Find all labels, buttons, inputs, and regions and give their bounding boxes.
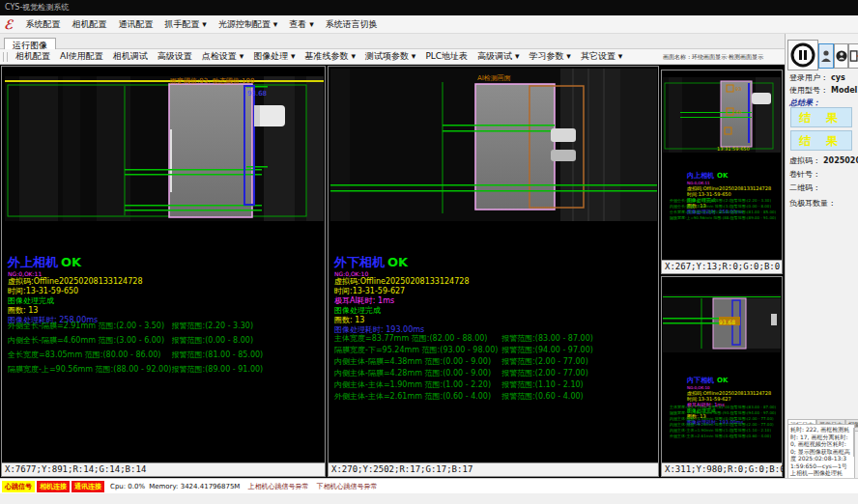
camera-result-block: 外上相机OK NG:0,OK:11 虚拟码:Offline20250208133… — [8, 252, 142, 325]
time-line: 时间:13-31-59-650 — [8, 287, 142, 296]
result-badge-lower: 结 果 — [790, 130, 852, 151]
measurement-row: 外侧全长-隔膜=2.91mm 范围:(2.00 - 3.50)报警范围:(2.2… — [8, 321, 323, 335]
camera-status-ok: OK — [717, 377, 728, 384]
pause-icon — [790, 42, 815, 68]
model-value: Model1 — [831, 86, 858, 95]
app-logo-icon: ℰ — [4, 17, 13, 32]
login-user-row: 登录用户：cys — [789, 72, 845, 83]
user-switch-button[interactable] — [818, 43, 834, 69]
ai-view-overlay-text: AI检测画面 — [477, 74, 511, 82]
virtual-code-line: 虚拟码:Offline20250208133124728 — [334, 277, 469, 287]
menu-comm-config[interactable]: 通讯配置 — [112, 18, 158, 31]
menu-bar: ℰ 系统配置 相机配置 通讯配置 抓手配置 ▾ 光源控制配置 ▾ 查看 ▾ 系统… — [0, 15, 858, 34]
tool-advanced-debug[interactable]: 高级调试 ▾ — [472, 50, 524, 63]
tool-other-settings[interactable]: 其它设置 ▾ — [576, 50, 627, 63]
camera-status-ok: OK — [61, 255, 81, 269]
heartbeat-status-badge: 心跳信号 — [2, 481, 35, 492]
tool-plc-address-table[interactable]: PLC地址表 — [420, 50, 472, 63]
turns-line: 圈数: 13 — [334, 316, 469, 325]
tool-spot-check[interactable]: 点检设置 ▾ — [197, 50, 248, 63]
menu-camera-config[interactable]: 相机配置 — [66, 18, 112, 31]
main-view-area: 固定阈值:93, 动态阈值:100 93.68 外上相机OK NG:0,OK:1… — [0, 65, 785, 478]
metal-tab-shape — [752, 93, 771, 104]
camera-result-block: 外下相机OK NG:0,OK:10 虚拟码:Offline20250208133… — [334, 252, 469, 335]
log-scrollbar[interactable] — [853, 428, 855, 457]
baseline-yellow-line — [5, 80, 324, 82]
camera-name-label: 外下相机 — [334, 255, 385, 269]
measurement-row: 隔膜宽度-上=90.56mm 范围:(88.00 - 92.00)报警范围:(8… — [8, 364, 323, 378]
tool-image-processing[interactable]: 图像处理 ▾ — [248, 50, 300, 63]
measure-value-text: 93.68 — [247, 90, 267, 98]
measurement-rows: 主体宽度=83.77mm 范围:(82.00 - 88.00)报警范围:(83.… — [670, 405, 780, 439]
lower-camera-warning-text: 下相机心跳信号异常 — [316, 482, 377, 491]
time-line: 时间:13-31-59-627 — [334, 287, 469, 296]
measurement-row: 内侧全长-隔膜=4.60mm 范围:(3.00 - 6.00)报警范围:(0.0… — [8, 335, 323, 350]
virtual-code-value: 20250208 — [823, 156, 858, 165]
camera-name-label: 内下相机 — [687, 377, 714, 384]
pause-button[interactable] — [787, 40, 818, 70]
login-user-value: cys — [831, 73, 845, 82]
window-titlebar: CYS-视觉检测系统 — [0, 0, 858, 15]
measurement-row: 内侧主体-隔膜=4.28mm 范围:(0.00 - 9.00)报警范围:(2.0… — [334, 368, 656, 379]
tool-learning-params[interactable]: 学习参数 ▾ — [525, 50, 576, 63]
camera-panel-inner-upper: 93 68 13:31:59:650 内上相机OK NG:0,OK:11 虚拟码… — [661, 70, 783, 274]
tool-advanced-settings[interactable]: 高级设置 — [153, 50, 197, 63]
tool-camera-debug[interactable]: 相机调试 — [108, 50, 153, 63]
measure-value-text: 93.68 — [719, 319, 735, 325]
tool-camera-config[interactable]: 相机配置 — [11, 50, 55, 63]
status-bar: 心跳信号 相机连接 通讯连接 Cpu: 0.0% Memory: 3424.41… — [0, 478, 858, 493]
measurement-row: 主体宽度=83.77mm 范围:(82.00 - 88.00)报警范围:(83.… — [334, 333, 656, 345]
camera-panel-inner-lower: 93.68 内下相机OK NG:0,OK:10 虚拟码:Offline20250… — [661, 276, 783, 477]
qr-code-row: 二维码： — [789, 182, 823, 193]
user-icon — [836, 49, 847, 63]
exit-button[interactable] — [848, 43, 858, 69]
menu-gripper-config[interactable]: 抓手配置 ▾ — [158, 18, 212, 31]
cpu-usage-text: Cpu: 0.0% — [110, 483, 145, 490]
measurement-row: 隔膜宽度-下=95.24mm 范围:(93.00 - 98.00)报警范围:(9… — [334, 345, 656, 356]
menu-system-config[interactable]: 系统配置 — [19, 18, 66, 31]
cell-region-pink-rect — [169, 84, 252, 217]
model-row: 使用型号：Model1 — [789, 85, 858, 96]
camera-status-ok: OK — [387, 255, 408, 269]
negative-tab-count-row: 负极耳数量： — [789, 198, 839, 209]
control-panel: 登录用户：cys 使用型号：Model1 总结果： 结 果 结 果 虚拟码：20… — [785, 34, 858, 493]
measurement-row: 内侧主体-隔膜=4.38mm 范围:(0.00 - 9.00)报警范围:(2.0… — [334, 356, 656, 368]
virtual-code-row: 虚拟码：20250208 — [789, 155, 858, 166]
measurement-row: 外侧主体-主体=2.61mm 范围:(0.60 - 4.00)报警范围:(0.6… — [670, 434, 780, 439]
turns-line: 圈数: 13 — [8, 306, 142, 316]
tool-ai-usage-config[interactable]: AI使用配置 — [55, 50, 108, 63]
exit-door-icon — [849, 49, 858, 63]
measurement-rows: 主体宽度=83.77mm 范围:(82.00 - 88.00)报警范围:(83.… — [334, 333, 656, 403]
measurement-row: 全长宽度=83.05mm 范围:(80.00 - 86.00)报警范围:(81.… — [8, 350, 323, 364]
menu-language-switch[interactable]: 系统语言切换 — [320, 18, 384, 31]
measurement-row: 隔膜宽度-上=90.56mm 范围:(88.00 - 92.00)报警范围:(8… — [670, 215, 780, 221]
measurement-row: 内侧主体-主体=1.90mm 范围:(1.00 - 2.20)报警范围:(1.1… — [334, 379, 656, 391]
comm-connection-badge: 通讯连接 — [72, 481, 104, 492]
camera-image-outer-lower[interactable]: AI检测画面 — [330, 69, 657, 221]
measurement-rows: 外侧全长-隔膜=2.91mm 范围:(2.00 - 3.50)报警范围:(2.2… — [8, 321, 323, 378]
camera-name-label: 内上相机 — [687, 172, 714, 180]
tool-test-params[interactable]: 测试项参数 ▾ — [360, 50, 420, 63]
timestamp-overlay-text: 13:31:59:650 — [717, 146, 750, 152]
toolbar: 相机配置 AI使用配置 相机调试 高级设置 点检设置 ▾ 图像处理 ▾ 基准线参… — [0, 49, 661, 65]
pixel-coordinate-bar: X:7677;Y:891;R:14;G:14;B:14 — [2, 462, 325, 476]
menu-light-control-config[interactable]: 光源控制配置 ▾ — [213, 18, 283, 31]
ai-elapsed-line: 极耳AI耗时: 1ms — [334, 296, 469, 306]
result-badge-upper: 结 果 — [790, 107, 852, 127]
winding-pin-row: 卷针号： — [789, 169, 823, 180]
camera-connection-badge: 相机连接 — [37, 481, 70, 492]
virtual-code-line: 虚拟码:Offline20250208133124728 — [8, 277, 142, 287]
camera-image-inner-lower[interactable]: 93.68 — [663, 294, 781, 352]
tool-baseline-params[interactable]: 基准线参数 ▾ — [300, 50, 360, 63]
measurement-row: 外侧主体-主体=2.61mm 范围:(0.60 - 4.00)报警范围:(0.6… — [334, 391, 656, 403]
app-window: CYS-视觉检测系统 ℰ 系统配置 相机配置 通讯配置 抓手配置 ▾ 光源控制配… — [0, 0, 858, 504]
measurement-rows: 外侧全长-隔膜=2.91mm 范围:(2.00 - 3.50)报警范围:(2.2… — [670, 198, 780, 221]
metal-tab-shape — [551, 128, 576, 142]
marker-value-text: 68 — [735, 109, 741, 115]
menu-view[interactable]: 查看 ▾ — [283, 18, 319, 31]
metal-tab-shape — [771, 314, 777, 325]
user-button[interactable] — [834, 43, 848, 69]
camera-image-inner-upper[interactable]: 93 68 13:31:59:650 — [663, 77, 781, 153]
camera-image-outer-upper[interactable]: 固定阈值:93, 动态阈值:100 93.68 — [5, 76, 324, 221]
user-switch-icon — [820, 49, 832, 63]
